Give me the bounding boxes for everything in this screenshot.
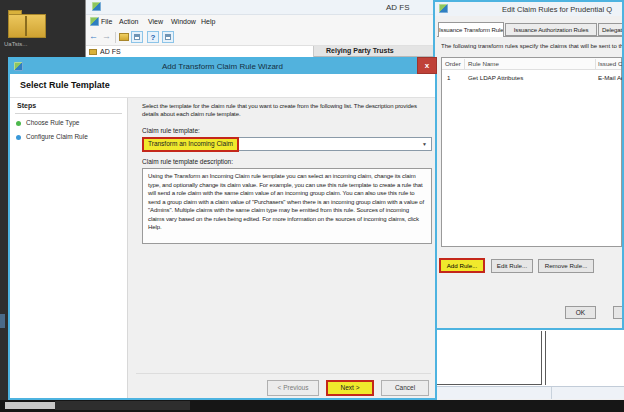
wizard-title: Add Transform Claim Rule Wizard <box>10 62 435 71</box>
step-choose-rule-type: Choose Rule Type <box>26 119 79 126</box>
add-rule-button[interactable]: Add Rule... <box>439 258 485 273</box>
edit-claim-rules-dialog: Edit Claim Rules for Prudential Q Issuan… <box>433 0 624 330</box>
dialog-title: Edit Claim Rules for Prudential Q <box>502 5 612 14</box>
status-bar-divider <box>551 387 552 399</box>
next-button[interactable]: Next > <box>326 380 374 396</box>
new-window-icon[interactable] <box>162 31 174 43</box>
back-icon[interactable]: ← <box>89 31 98 41</box>
rule-row-name[interactable]: Get LDAP Attributes <box>468 74 523 81</box>
tree-folder-icon <box>89 49 97 55</box>
console-icon <box>92 2 101 11</box>
console-icon <box>90 17 99 26</box>
pane-divider[interactable] <box>545 331 546 385</box>
column-divider[interactable] <box>464 59 465 69</box>
console-title: AD FS <box>386 3 410 12</box>
menu-action[interactable]: Action <box>119 18 138 25</box>
show-console-tree-icon[interactable] <box>131 31 143 43</box>
previous-button[interactable]: < Previous <box>267 380 319 396</box>
taskbar-start-button[interactable] <box>5 402 55 409</box>
pane-border <box>430 384 542 385</box>
close-icon[interactable]: x <box>417 57 437 74</box>
step-configure-claim-rule: Configure Claim Rule <box>26 133 88 140</box>
rule-row-issued[interactable]: E-Mail Addre <box>598 74 624 81</box>
pane-header-label: Relying Party Trusts <box>326 47 394 54</box>
step-bullet-green <box>16 121 21 126</box>
remove-rule-button[interactable]: Remove Rule... <box>538 259 594 273</box>
taskbar[interactable] <box>0 400 624 412</box>
column-order[interactable]: Order <box>445 60 461 67</box>
tree-item-adfs[interactable]: AD FS <box>100 48 121 55</box>
desktop-folder-icon[interactable] <box>8 10 46 38</box>
menu-file[interactable]: File <box>101 18 112 25</box>
edit-rule-button[interactable]: Edit Rule... <box>491 259 533 273</box>
column-rule-name[interactable]: Rule Name <box>468 60 499 67</box>
toolbar-separator <box>115 32 116 43</box>
steps-divider <box>15 113 122 114</box>
export-icon[interactable] <box>119 33 129 41</box>
dialog-title-bar[interactable]: Edit Claim Rules for Prudential Q <box>435 2 622 16</box>
menu-window[interactable]: Window <box>171 18 196 25</box>
pane-divider[interactable] <box>541 331 542 385</box>
tab-delegation[interactable]: Delegation <box>598 23 624 36</box>
claim-rule-template-label: Claim rule template: <box>142 127 200 134</box>
menu-help[interactable]: Help <box>201 18 215 25</box>
rule-row-order[interactable]: 1 <box>447 74 450 81</box>
desktop-folder-label: UaTsts... <box>4 41 27 47</box>
template-description-label: Claim rule template description: <box>142 158 233 165</box>
steps-title: Steps <box>17 102 36 109</box>
tab-issuance-transform-rules[interactable]: Issuance Transform Rules <box>438 22 504 37</box>
dropdown-selected-value[interactable]: Transform an Incoming Claim <box>142 137 239 152</box>
desktop: UaTsts... AD FS File Action View Window … <box>0 0 624 412</box>
wizard-intro-text: Select the template for the claim rule t… <box>142 102 434 118</box>
rules-table[interactable]: Order Rule Name Issued Claim 1 Get LDAP … <box>441 57 622 247</box>
wizard-steps-pane: Steps Choose Rule Type Configure Claim R… <box>10 98 128 398</box>
wizard-heading: Select Rule Template <box>20 80 110 90</box>
claim-rule-template-dropdown[interactable]: Transform an Incoming Claim ▼ <box>142 137 432 151</box>
cancel-button[interactable]: Cancel <box>381 380 429 396</box>
tab-issuance-authorization-rules[interactable]: Issuance Authorization Rules <box>505 23 597 36</box>
desktop-icon-partial[interactable] <box>0 314 5 328</box>
ok-button[interactable]: OK <box>565 306 596 319</box>
console-list-pane <box>430 331 624 385</box>
help-icon[interactable]: ? <box>147 31 159 43</box>
taskbar-app-button[interactable] <box>55 401 190 410</box>
step-bullet-blue <box>16 135 21 140</box>
forward-icon[interactable]: → <box>102 31 111 41</box>
menu-view[interactable]: View <box>148 18 163 25</box>
add-transform-claim-rule-wizard: Add Transform Claim Rule Wizard x Select… <box>8 57 437 400</box>
chevron-down-icon[interactable]: ▼ <box>422 141 427 147</box>
cancel-button-partial[interactable] <box>613 306 624 319</box>
rules-description: The following transform rules specify th… <box>441 43 622 49</box>
rules-table-header: Order Rule Name Issued Claim <box>442 58 621 70</box>
wizard-title-bar[interactable]: Add Transform Claim Rule Wizard x <box>10 59 435 74</box>
wizard-heading-band: Select Rule Template <box>10 74 435 98</box>
template-description-box: Using the Transform an Incoming Claim ru… <box>142 168 432 244</box>
column-divider[interactable] <box>595 59 596 69</box>
button-separator <box>136 373 431 374</box>
column-issued-claim[interactable]: Issued Claim <box>598 60 624 67</box>
dialog-icon <box>439 4 448 13</box>
